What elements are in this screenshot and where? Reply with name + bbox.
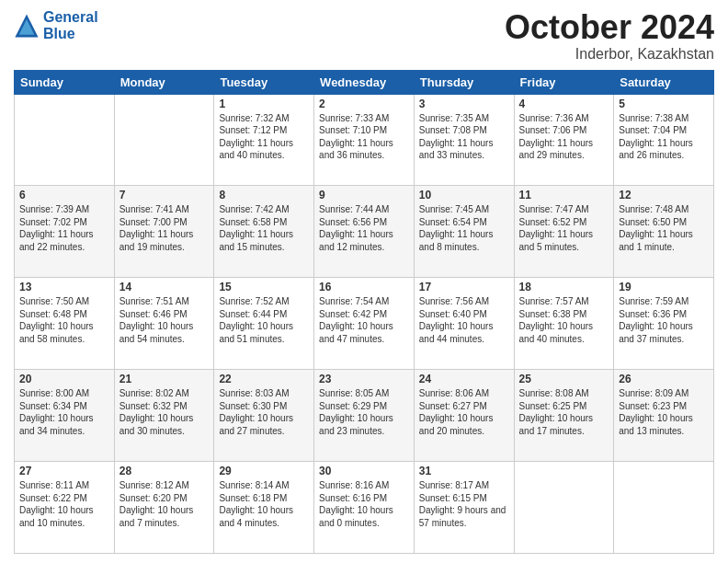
day-number: 13	[19, 281, 109, 293]
sunrise-text: Sunrise: 8:12 AM	[119, 479, 210, 492]
day-info: Sunrise: 8:03 AM Sunset: 6:30 PM Dayligh…	[219, 387, 309, 437]
col-tuesday: Tuesday	[214, 70, 314, 94]
daylight-text: Daylight: 10 hours and 34 minutes.	[19, 412, 109, 437]
sunrise-text: Sunrise: 8:17 AM	[419, 479, 509, 492]
week-row-1: 1 Sunrise: 7:32 AM Sunset: 7:12 PM Dayli…	[15, 94, 714, 186]
day-info: Sunrise: 7:42 AM Sunset: 6:58 PM Dayligh…	[219, 203, 309, 253]
sunrise-text: Sunrise: 7:32 AM	[219, 112, 309, 125]
day-info: Sunrise: 8:02 AM Sunset: 6:32 PM Dayligh…	[119, 387, 210, 437]
daylight-text: Daylight: 11 hours and 15 minutes.	[219, 228, 309, 253]
day-number: 7	[119, 189, 210, 201]
day-number: 29	[219, 465, 309, 477]
calendar-cell: 23 Sunrise: 8:05 AM Sunset: 6:29 PM Dayl…	[314, 370, 415, 462]
day-info: Sunrise: 8:17 AM Sunset: 6:15 PM Dayligh…	[419, 479, 509, 529]
sunset-text: Sunset: 6:15 PM	[419, 492, 509, 505]
daylight-text: Daylight: 10 hours and 4 minutes.	[219, 504, 309, 529]
daylight-text: Daylight: 10 hours and 0 minutes.	[319, 504, 409, 529]
week-row-3: 13 Sunrise: 7:50 AM Sunset: 6:48 PM Dayl…	[15, 278, 714, 370]
day-number: 21	[119, 373, 210, 385]
calendar-cell	[614, 462, 714, 554]
day-info: Sunrise: 8:14 AM Sunset: 6:18 PM Dayligh…	[219, 479, 309, 529]
calendar-title: October 2024	[505, 9, 714, 46]
day-number: 9	[319, 189, 409, 201]
sunrise-text: Sunrise: 8:09 AM	[619, 387, 709, 400]
day-number: 20	[19, 373, 109, 385]
sunrise-text: Sunrise: 8:11 AM	[19, 479, 109, 492]
day-info: Sunrise: 7:52 AM Sunset: 6:44 PM Dayligh…	[219, 295, 309, 345]
sunrise-text: Sunrise: 7:35 AM	[419, 112, 509, 125]
sunrise-text: Sunrise: 8:16 AM	[319, 479, 409, 492]
day-info: Sunrise: 7:38 AM Sunset: 7:04 PM Dayligh…	[619, 112, 709, 162]
sunset-text: Sunset: 6:27 PM	[419, 400, 509, 413]
title-block: October 2024 Inderbor, Kazakhstan	[505, 9, 714, 63]
daylight-text: Daylight: 10 hours and 10 minutes.	[19, 504, 109, 529]
sunrise-text: Sunrise: 7:36 AM	[519, 112, 609, 125]
calendar-table: Sunday Monday Tuesday Wednesday Thursday…	[14, 70, 714, 554]
calendar-cell: 21 Sunrise: 8:02 AM Sunset: 6:32 PM Dayl…	[114, 370, 214, 462]
day-number: 14	[119, 281, 210, 293]
sunrise-text: Sunrise: 7:44 AM	[319, 203, 409, 216]
day-number: 12	[619, 189, 709, 201]
day-number: 22	[219, 373, 309, 385]
calendar-cell: 2 Sunrise: 7:33 AM Sunset: 7:10 PM Dayli…	[314, 94, 415, 186]
calendar-cell: 26 Sunrise: 8:09 AM Sunset: 6:23 PM Dayl…	[614, 370, 714, 462]
day-number: 5	[619, 98, 709, 110]
calendar-cell: 18 Sunrise: 7:57 AM Sunset: 6:38 PM Dayl…	[514, 278, 614, 370]
calendar-cell: 7 Sunrise: 7:41 AM Sunset: 7:00 PM Dayli…	[114, 186, 214, 278]
day-number: 8	[219, 189, 309, 201]
day-info: Sunrise: 7:32 AM Sunset: 7:12 PM Dayligh…	[219, 112, 309, 162]
day-number: 4	[519, 98, 609, 110]
daylight-text: Daylight: 11 hours and 19 minutes.	[119, 228, 210, 253]
sunrise-text: Sunrise: 7:38 AM	[619, 112, 709, 125]
day-info: Sunrise: 7:39 AM Sunset: 7:02 PM Dayligh…	[19, 203, 109, 253]
day-info: Sunrise: 7:35 AM Sunset: 7:08 PM Dayligh…	[419, 112, 509, 162]
calendar-cell: 25 Sunrise: 8:08 AM Sunset: 6:25 PM Dayl…	[514, 370, 614, 462]
daylight-text: Daylight: 11 hours and 1 minute.	[619, 228, 709, 253]
sunset-text: Sunset: 6:16 PM	[319, 492, 409, 505]
sunset-text: Sunset: 7:02 PM	[19, 216, 109, 229]
day-info: Sunrise: 7:47 AM Sunset: 6:52 PM Dayligh…	[519, 203, 609, 253]
day-info: Sunrise: 8:09 AM Sunset: 6:23 PM Dayligh…	[619, 387, 709, 437]
daylight-text: Daylight: 11 hours and 22 minutes.	[19, 228, 109, 253]
week-row-4: 20 Sunrise: 8:00 AM Sunset: 6:34 PM Dayl…	[15, 370, 714, 462]
sunset-text: Sunset: 6:36 PM	[619, 308, 709, 321]
daylight-text: Daylight: 10 hours and 54 minutes.	[119, 320, 210, 345]
sunrise-text: Sunrise: 7:57 AM	[519, 295, 609, 308]
calendar-cell: 14 Sunrise: 7:51 AM Sunset: 6:46 PM Dayl…	[114, 278, 214, 370]
sunrise-text: Sunrise: 7:42 AM	[219, 203, 309, 216]
day-number: 31	[419, 465, 509, 477]
col-wednesday: Wednesday	[314, 70, 415, 94]
sunset-text: Sunset: 6:18 PM	[219, 492, 309, 505]
day-info: Sunrise: 7:56 AM Sunset: 6:40 PM Dayligh…	[419, 295, 509, 345]
day-info: Sunrise: 7:48 AM Sunset: 6:50 PM Dayligh…	[619, 203, 709, 253]
calendar-cell	[514, 462, 614, 554]
header-row: Sunday Monday Tuesday Wednesday Thursday…	[15, 70, 714, 94]
day-number: 19	[619, 281, 709, 293]
sunset-text: Sunset: 6:44 PM	[219, 308, 309, 321]
day-number: 2	[319, 98, 409, 110]
sunrise-text: Sunrise: 7:56 AM	[419, 295, 509, 308]
day-info: Sunrise: 8:16 AM Sunset: 6:16 PM Dayligh…	[319, 479, 409, 529]
sunset-text: Sunset: 6:52 PM	[519, 216, 609, 229]
sunrise-text: Sunrise: 8:05 AM	[319, 387, 409, 400]
calendar-cell	[114, 94, 214, 186]
day-number: 30	[319, 465, 409, 477]
sunrise-text: Sunrise: 8:00 AM	[19, 387, 109, 400]
sunset-text: Sunset: 6:40 PM	[419, 308, 509, 321]
sunset-text: Sunset: 6:48 PM	[19, 308, 109, 321]
sunrise-text: Sunrise: 8:08 AM	[519, 387, 609, 400]
sunset-text: Sunset: 6:58 PM	[219, 216, 309, 229]
day-info: Sunrise: 8:08 AM Sunset: 6:25 PM Dayligh…	[519, 387, 609, 437]
sunset-text: Sunset: 7:10 PM	[319, 124, 409, 137]
day-number: 24	[419, 373, 509, 385]
calendar-cell: 31 Sunrise: 8:17 AM Sunset: 6:15 PM Dayl…	[414, 462, 514, 554]
sunset-text: Sunset: 6:56 PM	[319, 216, 409, 229]
day-number: 11	[519, 189, 609, 201]
day-number: 17	[419, 281, 509, 293]
logo-icon	[14, 13, 40, 39]
daylight-text: Daylight: 10 hours and 58 minutes.	[19, 320, 109, 345]
daylight-text: Daylight: 10 hours and 44 minutes.	[419, 320, 509, 345]
calendar-cell: 4 Sunrise: 7:36 AM Sunset: 7:06 PM Dayli…	[514, 94, 614, 186]
sunset-text: Sunset: 6:25 PM	[519, 400, 609, 413]
calendar-cell: 5 Sunrise: 7:38 AM Sunset: 7:04 PM Dayli…	[614, 94, 714, 186]
